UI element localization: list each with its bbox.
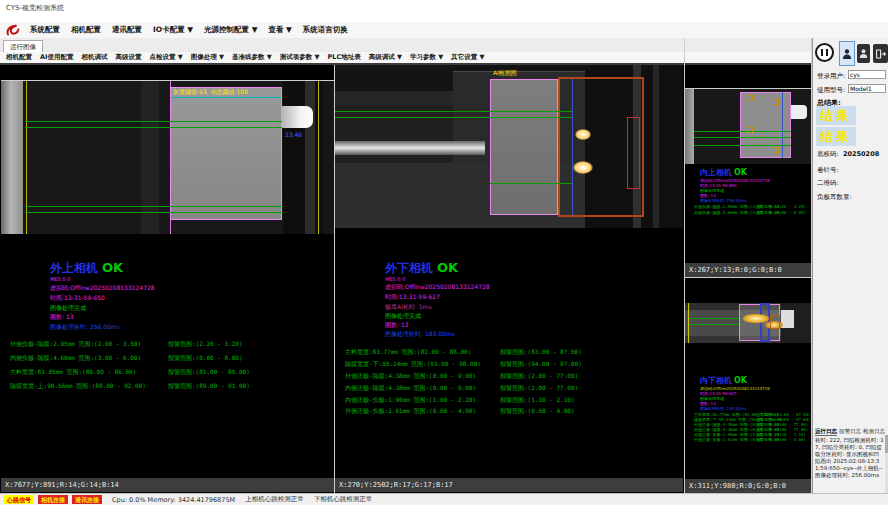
- user-button-selected[interactable]: [839, 41, 855, 66]
- tb-other-settings[interactable]: 其它设置 ▼: [451, 53, 484, 62]
- tb-spot-check[interactable]: 点检设置 ▼: [149, 53, 182, 62]
- process-elapsed: 图像处理耗时: 183.00ms: [385, 330, 455, 339]
- status-bar: 心跳信号 相机连接 通讯连接 Cpu: 0.0% Memory: 3424.41…: [0, 493, 888, 505]
- measurement-row: 隔膜宽度-下:95.24mm 范围:(93.00 - 98.00)报警范围:(9…: [345, 360, 481, 369]
- model-label: 使用型号:: [817, 86, 845, 95]
- machine-edge: [1, 81, 23, 234]
- bright-streak: [335, 141, 485, 155]
- log-tab-run[interactable]: 运行日志: [815, 428, 837, 436]
- camera-view-outer-lower[interactable]: AI检测图: [335, 65, 683, 228]
- green-guide-line: [689, 324, 741, 325]
- tb-image-processing[interactable]: 图像处理 ▼: [191, 53, 224, 62]
- anode-tab-count-label: 负极耳数量:: [817, 193, 852, 202]
- menu-item-light-config[interactable]: 光源控制配置 ▼: [204, 25, 257, 35]
- tb-camera-config[interactable]: 相机配置: [6, 53, 32, 62]
- menu-item-camera-config[interactable]: 相机配置: [71, 25, 101, 35]
- panel-separator: [684, 38, 685, 493]
- capture-time: 时间:13-31-59-627: [385, 293, 440, 302]
- toolbar: 相机配置 AI使用配置 相机调试 高级设置 点检设置 ▼ 图像处理 ▼ 基准线参…: [0, 52, 812, 65]
- green-guide-line: [694, 137, 791, 138]
- log-tab-detect[interactable]: 检测日志: [863, 428, 885, 435]
- login-user-field[interactable]: [848, 70, 886, 79]
- measurement-row: 外侧正极-负极:2.61mm 范围:(0.60 - 4.00)报警范围:(0.6…: [345, 407, 476, 416]
- turn-count: 圈数: 13: [50, 313, 74, 322]
- yellow-marker: [747, 127, 753, 133]
- menu-item-system-config[interactable]: 系统配置: [30, 25, 60, 35]
- tb-baseline-params[interactable]: 基准线参数 ▼: [232, 53, 272, 62]
- sidebar: 登录用户: 使用型号: 总结果: 结果 结果 底板码: 20250208 卷针号…: [812, 38, 888, 493]
- tb-camera-debug[interactable]: 相机调试: [81, 53, 107, 62]
- heartbeat-badge: 心跳信号: [4, 495, 34, 504]
- mes-counter: MES:0:0: [385, 276, 405, 282]
- process-elapsed: 图像处理耗时: 256.00ms: [700, 198, 747, 203]
- measurement-row: 外侧正极-负极:2.61mm 范围:(0.60 - 4.00)报警范围:(0.6…: [694, 437, 781, 442]
- glow-spot: [573, 161, 593, 174]
- lower-camera-heartbeat: 下相机心跳检测正常: [314, 495, 373, 504]
- green-guide-line: [25, 206, 283, 207]
- machine-edge: [685, 89, 694, 164]
- machine-stripe: [305, 81, 315, 234]
- menu-item-io-config[interactable]: IO卡配置 ▼: [153, 25, 193, 35]
- status-ok: OK: [102, 260, 123, 275]
- qr-code-label: 二维码:: [817, 179, 839, 188]
- green-guide-line: [694, 145, 791, 146]
- green-guide-line: [490, 183, 572, 184]
- board-code-value: 20250208: [843, 150, 879, 158]
- threshold-overlay: 灰度阈值:93, 动态阈值:100: [173, 88, 248, 97]
- yellow-marker: [747, 95, 753, 101]
- tb-advanced-debug[interactable]: 高级调试 ▼: [369, 53, 402, 62]
- virtual-barcode: 虚拟码:Offline20250208133124728: [385, 283, 490, 292]
- process-elapsed: 图像处理耗时: 183.00ms: [700, 406, 747, 411]
- tb-advanced-settings[interactable]: 高级设置: [115, 53, 141, 62]
- tb-learning-params[interactable]: 学习参数 ▼: [410, 53, 443, 62]
- camera-view-inner-upper[interactable]: [685, 88, 811, 164]
- login-user-label: 登录用户:: [817, 72, 845, 81]
- panel-separator: [685, 277, 811, 278]
- comm-link-badge: 通讯连接: [72, 495, 102, 504]
- status-ok: OK: [437, 260, 458, 275]
- winding-pin-label: 卷针号:: [817, 166, 839, 175]
- cell-region: [490, 79, 558, 215]
- exit-button[interactable]: [873, 44, 888, 63]
- measurement-row: 外侧正极-隔膜:4.38mm 范围:(0.00 - 9.00)报警范围:(2.0…: [345, 372, 476, 381]
- camera-view-inner-lower[interactable]: [685, 303, 811, 343]
- camera-view-outer-upper[interactable]: 灰度阈值:93, 动态阈值:100 23.46: [1, 80, 334, 234]
- green-guide-line: [335, 111, 572, 112]
- pixel-coord-bar: X:7677;Y:891;R:14;G:14;B:14: [1, 478, 334, 492]
- yellow-marker: [773, 147, 779, 153]
- measurement-row: 主料宽度:83.05mm 范围:(80.00 - 86.00)报警范围:(81.…: [10, 368, 136, 377]
- app-logo-icon: [5, 24, 22, 36]
- model-field[interactable]: [848, 84, 886, 93]
- tb-plc-address[interactable]: PLC地址表: [328, 53, 361, 62]
- menu-item-comm-config[interactable]: 通讯配置: [112, 25, 142, 35]
- menu-bar: 系统配置 相机配置 通讯配置 IO卡配置 ▼ 光源控制配置 ▼ 查看 ▼ 系统语…: [0, 22, 888, 39]
- ai-elapsed: 极耳AI耗时: 1ms: [385, 303, 432, 312]
- tb-ai-config[interactable]: AI使用配置: [40, 53, 73, 62]
- camera-title: 内下相机OK: [700, 375, 747, 386]
- yellow-guide-line: [688, 303, 689, 343]
- green-guide-line: [335, 117, 572, 118]
- green-guide-line: [25, 212, 283, 213]
- measurement-row: 内侧正极-负极:1.90mm 范围:(1.00 - 2.20)报警范围:(1.1…: [345, 396, 476, 405]
- log-output: 耗时: 222, 凹陷检测耗时: 17, 凹陷分类耗时: 0, 凹陷提取分区耗时…: [815, 437, 884, 491]
- pause-button[interactable]: [815, 43, 834, 62]
- log-tab-alarm[interactable]: 报警日志: [839, 428, 861, 435]
- menu-item-view[interactable]: 查看 ▼: [268, 25, 291, 35]
- pixel-coord-bar: X:267;Y:13;R:0;G:0;B:0: [685, 263, 811, 277]
- measurement-row: 外侧负极-隔膜:2.95mm 范围:(2.00 - 3.50)报警范围:(2.2…: [694, 204, 781, 209]
- menu-item-language-switch[interactable]: 系统语言切换: [303, 25, 348, 35]
- roi-rect-orange: [770, 315, 780, 329]
- result-badge: 结果: [816, 127, 856, 146]
- process-elapsed: 图像处理耗时: 256.00ms: [50, 323, 120, 332]
- pixel-coord-bar: X:311;Y:980;R:0;G:0;B:0: [685, 479, 811, 493]
- board-code-label: 底板码:: [817, 150, 839, 159]
- tb-test-params[interactable]: 测试项参数 ▼: [280, 53, 320, 62]
- operator-button[interactable]: [857, 44, 870, 63]
- green-guide-line: [25, 121, 283, 122]
- user-icon: [842, 48, 852, 60]
- virtual-barcode: 虚拟码:Offline20250208133124728: [50, 284, 155, 293]
- title-bar: CYS-视觉检测系统: [0, 0, 888, 14]
- measurement-row: 外侧负极-隔膜:2.95mm 范围:(2.00 - 3.50)报警范围:(2.2…: [10, 340, 141, 349]
- process-done: 图像处理完成: [50, 304, 86, 313]
- window-title: CYS-视觉检测系统: [6, 3, 64, 13]
